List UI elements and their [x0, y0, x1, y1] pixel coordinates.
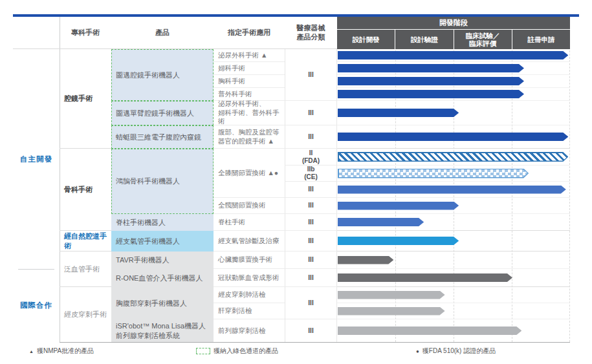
header-classification: 醫療器械 產品分類	[285, 17, 337, 49]
header-stage-design-development: 設計開發	[337, 30, 395, 49]
legend-green-channel: 獲納入綠色通道的產品	[196, 347, 278, 356]
product-spine-surgery-robot: 脊柱手術機器人	[111, 214, 214, 231]
stage-cell	[337, 166, 570, 182]
header-stage-design-verification: 設計驗證	[395, 30, 453, 49]
product-skywalker-orthopedic-robot: 鴻鵠骨科手術機器人	[111, 149, 214, 214]
progress-bar-thoracic	[338, 77, 524, 85]
triangle-marker-icon: ▲	[29, 349, 34, 354]
green-dashed-box-icon	[196, 348, 210, 354]
application-lung-biopsy: 經皮穿刺肺活檢	[214, 287, 285, 303]
application-general-surgery: 普外科手術	[214, 88, 285, 101]
classification-knee-fda: II (FDA)	[285, 149, 337, 166]
product-monalisa-prostate-biopsy-system: iSR'obot™ Mona Lisa機器人 前列腺穿刺活檢系統	[111, 319, 214, 342]
application-prostate-biopsy: 前列腺穿刺活檢	[214, 319, 285, 342]
stage-cell	[337, 149, 570, 166]
stage-cell	[337, 231, 570, 252]
header-development-stages: 開發階段	[337, 17, 570, 30]
group-label-self-developed: 自主開發	[13, 49, 60, 269]
progress-bar-spine	[338, 218, 424, 226]
classification-knee-ce: IIb (CE)	[285, 166, 337, 182]
application-single-arm-multi: 泌尿外科手術、 婦科手術、普外科手術	[214, 101, 285, 125]
product-toumai-single-arm-robot: 圖邁單臂腔鏡手術機器人	[111, 101, 214, 125]
progress-bar-transbronchial	[338, 237, 459, 245]
product-dragonfly-eye-endoscope: 蜻蜓眼三維電子腹腔內窺鏡	[111, 125, 214, 149]
progress-bar-gynecology	[338, 64, 524, 72]
application-heart-valve-replacement: 心臟瓣膜置換手術	[214, 252, 285, 269]
classification-puncture: III	[285, 287, 337, 319]
header-stage-registration: 註冊申請	[512, 30, 570, 49]
legend-nmpa-label: 獲NMPA批准的產品	[37, 347, 94, 356]
stage-cell	[337, 252, 570, 269]
stage-cell	[337, 198, 570, 214]
legend-nmpa: ▲ 獲NMPA批准的產品	[29, 347, 94, 356]
product-tavr-robot: TAVR手術機器人	[111, 252, 214, 269]
progress-bar-hip	[338, 202, 459, 210]
stage-cell	[337, 269, 570, 287]
table-bottom-border	[60, 342, 570, 343]
application-abdominal-endoscopic: 腹部、胸腔及盆腔等 器官的腔鏡手術 ▲	[214, 125, 285, 149]
product-toumai-laparoscopic-robot: 圖邁腔鏡手術機器人	[111, 49, 214, 101]
progress-bar-knee-nmpa	[338, 186, 566, 194]
product-thoracoabdominal-puncture-robot: 胸腹部穿刺手術機器人	[111, 287, 214, 319]
application-spine-surgery: 脊柱手術	[214, 214, 285, 231]
pipeline-table: 專科手術 產品 指定手術應用 醫療器械 產品分類 開發階段 設計開發 設計驗證 …	[13, 17, 570, 342]
progress-bar-liver-biopsy	[338, 307, 445, 316]
classification-transbronchial: III	[285, 231, 337, 252]
classification-spine: III	[285, 214, 337, 231]
stage-cell	[337, 214, 570, 231]
stage-cell	[337, 182, 570, 198]
progress-bar-r-one	[338, 273, 512, 282]
header-empty-cell	[13, 17, 60, 49]
product-transbronchial-robot: 經支氣管手術機器人	[111, 231, 214, 252]
specialty-panvascular: 泛血管手術	[60, 252, 111, 287]
application-total-hip-replacement: 全髖關節置換術	[214, 198, 285, 214]
progress-bar-single-arm	[338, 109, 459, 117]
group-label-international-cooperation: 國際合作	[13, 269, 60, 342]
legend-fda-510k-label: 獲FDA 510(k) 認證的產品	[422, 347, 496, 356]
dot-marker-icon: ●	[416, 348, 419, 354]
stage-cell	[337, 75, 570, 88]
header-product: 產品	[111, 17, 214, 49]
application-total-knee-replacement: 全膝關節置換術 ▲●	[214, 149, 285, 198]
classification-dragonfly: III	[285, 125, 337, 149]
application-thoracic: 胸科手術	[214, 75, 285, 88]
progress-bar-knee-fda	[338, 152, 568, 162]
stage-cell	[337, 303, 570, 319]
specialty-orthopedic: 骨科手術	[60, 149, 111, 231]
progress-bar-knee-ce	[338, 169, 529, 178]
specialty-natural-orifice: 經自然腔道手術	[60, 231, 111, 252]
specialty-percutaneous-puncture: 經皮穿刺手術	[60, 287, 111, 342]
progress-bar-dragonfly	[338, 133, 568, 141]
header-stage-columns: 設計開發 設計驗證 臨床試驗／ 臨床評價 註冊申請	[337, 30, 570, 49]
classification-single-arm: III	[285, 101, 337, 125]
application-urology: 泌尿外科手術 ▲	[214, 49, 285, 62]
classification-knee-nmpa: III	[285, 182, 337, 198]
stage-cell	[337, 101, 570, 125]
header-specialty: 專科手術	[60, 17, 111, 49]
stage-cell	[337, 125, 570, 149]
stage-cell	[337, 62, 570, 75]
progress-bar-tavr	[338, 256, 393, 264]
legend-fda-510k: ● 獲FDA 510(k) 認證的產品	[416, 347, 496, 356]
progress-bar-general-surgery	[338, 90, 524, 98]
product-pipeline-figure: 專科手術 產品 指定手術應用 醫療器械 產品分類 開發階段 設計開發 設計驗證 …	[0, 0, 592, 364]
stage-cell	[337, 319, 570, 342]
classification-tavr: III	[285, 252, 337, 269]
application-coronary-angioplasty: 冠狀動脈血管成形術	[214, 269, 285, 287]
progress-bar-lung-biopsy	[338, 291, 445, 299]
progress-bar-prostate-biopsy	[338, 327, 521, 335]
application-transbronchial: 經支氣管診斷及治療	[214, 231, 285, 252]
header-application: 指定手術應用	[214, 17, 285, 49]
classification-prostate: III	[285, 319, 337, 342]
product-r-one-vascular-robot: R-ONE血管介入手術機器人	[111, 269, 214, 287]
header-stage-clinical-trial: 臨床試驗／ 臨床評價	[454, 30, 512, 49]
classification-hip: III	[285, 198, 337, 214]
application-gynecology: 婦科手術	[214, 62, 285, 75]
legend-green-channel-label: 獲納入綠色通道的產品	[214, 347, 278, 356]
stage-cell	[337, 49, 570, 62]
specialty-laparoscopic: 腔鏡手術	[60, 49, 111, 149]
stage-cell	[337, 88, 570, 101]
progress-bar-urology	[338, 51, 568, 59]
stage-cell	[337, 287, 570, 303]
application-liver-biopsy: 肝穿刺活檢	[214, 303, 285, 319]
